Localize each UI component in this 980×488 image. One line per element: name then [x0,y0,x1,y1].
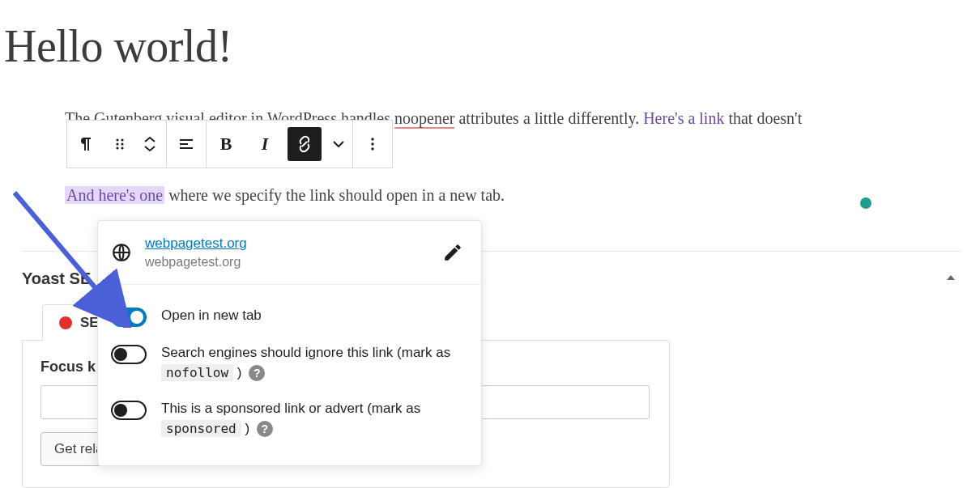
sample-link-no-newtab[interactable]: Here's a link [643,109,724,127]
drag-handle[interactable] [106,121,134,168]
kebab-icon [363,134,382,154]
help-icon[interactable]: ? [249,365,265,381]
svg-point-4 [116,146,118,149]
open-in-new-tab-toggle[interactable] [111,308,147,327]
italic-button[interactable]: I [245,121,284,168]
yoast-collapse-button[interactable] [945,272,957,286]
link-button[interactable] [288,127,322,161]
yoast-tab-label: SE [80,315,99,331]
open-in-new-tab-label: Open in new tab [161,306,465,326]
bold-button[interactable]: B [207,121,245,168]
svg-point-6 [371,138,373,140]
code-sponsored: sponsored [161,420,241,437]
text-noopener: noopener [394,109,454,129]
block-more-options-button[interactable] [353,121,392,168]
svg-point-0 [116,138,118,141]
link-url-display[interactable]: webpagetest.org [145,236,247,251]
text-fragment: that doesn't [724,109,802,127]
svg-point-7 [371,142,373,145]
drag-icon [110,134,130,154]
status-dot-icon [59,316,72,329]
align-left-icon [177,134,196,154]
chevron-down-icon [329,134,348,154]
block-toolbar: B I [66,120,393,168]
sponsored-toggle[interactable] [111,401,147,420]
move-up-down[interactable] [134,135,166,153]
collaboration-presence-dot [860,197,871,209]
globe-icon [111,242,132,263]
align-button[interactable] [167,121,206,168]
sample-link-newtab[interactable]: And here's one [65,186,164,204]
svg-point-3 [121,142,123,145]
text-fragment: where we specify the link should open in… [164,186,505,204]
nofollow-label: Search engines should ignore this link (… [161,343,465,383]
svg-point-8 [371,147,373,150]
pilcrow-icon [77,134,96,154]
paragraph-block-2[interactable]: And here's one where we specify the link… [65,182,907,208]
nofollow-toggle[interactable] [111,345,147,364]
code-nofollow: nofollow [161,364,233,381]
edit-link-button[interactable] [442,242,463,263]
sponsored-label: This is a sponsored link or advert (mark… [161,399,465,439]
text-fragment: attributes a little differently. [454,109,643,127]
help-icon[interactable]: ? [257,421,273,437]
svg-point-5 [121,146,123,149]
page-title[interactable]: Hello world! [4,20,232,72]
svg-point-1 [121,138,123,141]
link-icon [295,134,314,154]
yoast-panel-title[interactable]: Yoast SE [22,269,91,288]
chevron-down-icon [143,145,156,153]
paragraph-type-button[interactable] [67,121,106,168]
more-rich-text-button[interactable] [325,121,352,168]
chevron-up-icon [143,135,156,143]
link-settings-popover: webpagetest.org webpagetest.org Open in … [97,220,482,466]
svg-point-2 [116,142,118,145]
link-url-sub: webpagetest.org [145,255,429,269]
